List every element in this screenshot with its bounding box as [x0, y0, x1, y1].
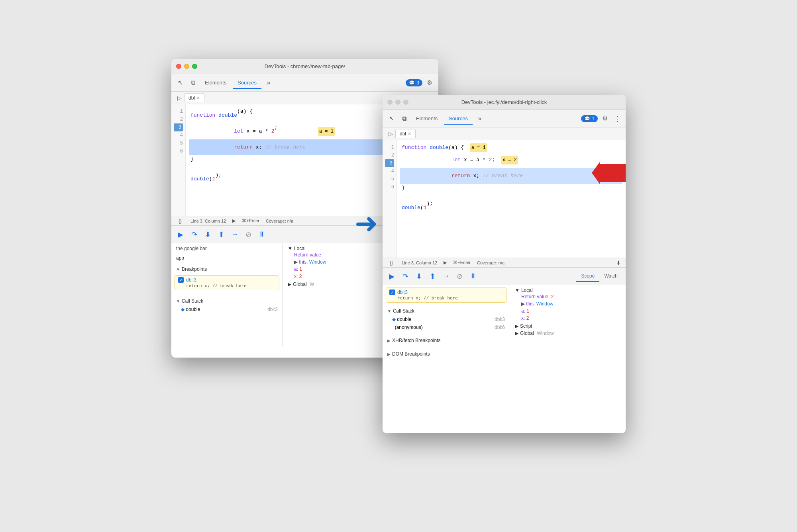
- more-tabs-icon-left[interactable]: »: [263, 77, 274, 88]
- right-tab-bar: ↖ ⧉ Elements Sources » 💬 1 ⚙ ⋮: [383, 110, 626, 127]
- code-line-6-right: double(1);: [402, 200, 621, 216]
- close-file-tab-right[interactable]: ✕: [408, 131, 411, 137]
- call-stack-double-left[interactable]: ◆ double dbl:3: [171, 305, 283, 313]
- deactivate-button-right[interactable]: ⊘: [453, 270, 465, 282]
- settings-icon-right[interactable]: ⚙: [599, 113, 611, 124]
- more-tabs-icon-right[interactable]: »: [474, 113, 485, 124]
- x-value-right: x: 2: [515, 315, 621, 322]
- breakpoint-checkbox-right[interactable]: ✓: [389, 289, 395, 295]
- tab-sources-left[interactable]: Sources: [233, 76, 261, 89]
- step-button-right[interactable]: →: [440, 270, 452, 282]
- tab-sources-right[interactable]: Sources: [444, 112, 473, 125]
- right-sidebar-toggle[interactable]: ▷: [386, 129, 395, 139]
- cursor-icon[interactable]: ↖: [175, 77, 186, 88]
- xhr-breakpoints-section: ▶ XHR/fetch Breakpoints: [383, 334, 510, 347]
- code-line-1-right: function double(a) { a = 1: [402, 143, 621, 152]
- global-scope-right: ▶ Global Window: [515, 331, 621, 336]
- breakpoint-code-right: return x; // break here: [389, 296, 503, 301]
- resume-button-right[interactable]: ▶: [386, 270, 398, 282]
- script-scope-header-right[interactable]: ▶ Script: [515, 323, 621, 329]
- script-scope-right: ▶ Script: [515, 323, 621, 329]
- right-window-title: DevTools - jec.fyi/demo/dbl-right-click: [461, 99, 547, 105]
- close-button[interactable]: [176, 64, 181, 69]
- collapse-icon-right[interactable]: ⬇: [616, 260, 621, 266]
- tab-elements-right[interactable]: Elements: [411, 112, 442, 125]
- dom-breakpoints-section: ▶ DOM Breakpoints: [383, 347, 510, 361]
- right-scope-panel: ▼ Local Return value: 2 ▶ this: Window a…: [510, 285, 626, 408]
- red-arrow-indicator: [592, 162, 626, 186]
- step-into-button-right[interactable]: ⬇: [413, 270, 425, 282]
- watch-tab-right[interactable]: Watch: [599, 271, 622, 282]
- code-line-5-right: [402, 192, 621, 200]
- right-code-wrapper: 1 2 3 4 5 6 function double(a) { a = 1: [383, 140, 626, 258]
- global-scope-header-right[interactable]: ▶ Global Window: [515, 331, 621, 336]
- breakpoints-header[interactable]: ▼ Breakpoints: [171, 265, 283, 274]
- call-stack-section-right: ▼ Call Stack ◆ double dbl:3 (anonymous) …: [383, 304, 510, 334]
- step-over-button-right[interactable]: ↷: [399, 270, 411, 282]
- left-sub-panel: the google bar app ▼ Breakpoints ✓ dbl:3: [171, 243, 283, 346]
- scope-tab-right[interactable]: Scope: [576, 271, 599, 282]
- right-bottom-panel: ✓ dbl:3 return x; // break here ▼ Call S…: [383, 285, 626, 408]
- maximize-button[interactable]: [192, 64, 197, 69]
- right-traffic-lights: [387, 100, 408, 105]
- right-devtools-window: DevTools - jec.fyi/demo/dbl-right-click …: [383, 95, 626, 433]
- right-file-tab-bar: ▷ dbl ✕: [383, 127, 626, 140]
- tab-elements-left[interactable]: Elements: [200, 76, 231, 89]
- local-scope-right: ▼ Local Return value: 2 ▶ this: Window a…: [515, 288, 621, 322]
- breakpoints-section: ▼ Breakpoints ✓ dbl:3 return x; // break…: [171, 262, 283, 294]
- return-value-right: Return value: 2: [515, 293, 621, 300]
- step-out-button-left[interactable]: ⬆: [215, 229, 227, 241]
- local-scope-header-right[interactable]: ▼ Local: [515, 288, 621, 293]
- close-file-tab-left[interactable]: ✕: [196, 96, 200, 101]
- resume-button-left[interactable]: ▶: [175, 229, 186, 241]
- left-titlebar: DevTools - chrome://new-tab-page/: [171, 59, 438, 74]
- app-item: app: [171, 254, 283, 262]
- format-button-right[interactable]: {}: [387, 259, 395, 267]
- call-stack-section-left: ▼ Call Stack ◆ double dbl:3: [171, 294, 283, 316]
- step-button-left[interactable]: →: [229, 229, 241, 241]
- settings-icon-left[interactable]: ⚙: [424, 77, 435, 88]
- more-options-icon-right[interactable]: ⋮: [612, 113, 622, 125]
- right-debug-toolbar: ▶ ↷ ⬇ ⬆ → ⊘ ⏸ Scope Watch: [383, 267, 626, 285]
- breakpoint-code-left: return x; // break here: [178, 284, 276, 288]
- pause-button-left[interactable]: ⏸: [256, 229, 268, 241]
- right-content: ▷ dbl ✕ 1 2 3 4 5 6: [383, 127, 626, 433]
- a-value-right: a: 1: [515, 307, 621, 315]
- xhr-breakpoints-header[interactable]: ▶ XHR/fetch Breakpoints: [383, 336, 510, 345]
- step-out-button-right[interactable]: ⬆: [426, 270, 438, 282]
- code-line-4-right: }: [402, 184, 621, 192]
- pause-button-right[interactable]: ⏸: [467, 270, 479, 282]
- breakpoint-item-left: ✓ dbl:3 return x; // break here: [175, 275, 279, 290]
- call-stack-anonymous-right[interactable]: (anonymous) dbl:6: [383, 323, 510, 331]
- call-stack-double-right[interactable]: ◆ double dbl:3: [383, 315, 510, 323]
- right-line-numbers: 1 2 3 4 5 6: [383, 140, 397, 258]
- format-button-left[interactable]: {}: [176, 217, 184, 225]
- notification-badge-right[interactable]: 💬 1: [581, 115, 598, 122]
- call-stack-header-left[interactable]: ▼ Call Stack: [171, 297, 283, 305]
- right-code-content: function double(a) { a = 1 let x = a * 2…: [397, 140, 626, 258]
- minimize-button[interactable]: [184, 64, 189, 69]
- dom-breakpoints-header[interactable]: ▶ DOM Breakpoints: [383, 350, 510, 358]
- left-file-tab[interactable]: dbl ✕: [184, 93, 204, 102]
- right-layers-icon[interactable]: ⧉: [398, 113, 410, 124]
- step-over-button-left[interactable]: ↷: [188, 229, 200, 241]
- right-maximize-button[interactable]: [403, 100, 408, 105]
- breakpoint-checkbox-left[interactable]: ✓: [178, 277, 184, 283]
- right-status-bar: {} Line 3, Column 12 ▶ ⌘+Enter Coverage:…: [383, 258, 626, 267]
- blue-arrow-connector: ➜: [355, 206, 378, 238]
- left-window-title: DevTools - chrome://new-tab-page/: [265, 63, 345, 69]
- right-file-tab[interactable]: dbl ✕: [395, 129, 416, 138]
- right-cursor-icon[interactable]: ↖: [386, 113, 397, 124]
- layers-icon[interactable]: ⧉: [187, 77, 198, 88]
- this-value-right: ▶ this: Window: [515, 300, 621, 307]
- code-line-3-right: return x; // break here: [400, 168, 622, 184]
- right-titlebar: DevTools - jec.fyi/demo/dbl-right-click: [383, 95, 626, 110]
- left-sidebar-toggle[interactable]: ▷: [175, 93, 184, 103]
- call-stack-header-right[interactable]: ▼ Call Stack: [383, 307, 510, 315]
- right-close-button[interactable]: [387, 100, 393, 105]
- right-minimize-button[interactable]: [395, 100, 400, 105]
- left-tab-bar: ↖ ⧉ Elements Sources » 💬 3 ⚙: [171, 74, 438, 92]
- notification-badge-left[interactable]: 💬 3: [406, 79, 422, 86]
- step-into-button-left[interactable]: ⬇: [202, 229, 214, 241]
- deactivate-button-left[interactable]: ⊘: [242, 229, 254, 241]
